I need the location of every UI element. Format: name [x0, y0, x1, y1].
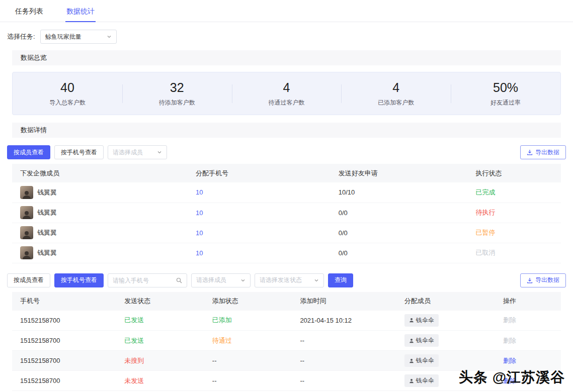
chevron-down-icon — [314, 278, 319, 283]
export-data-label: 导出数据 — [535, 148, 559, 157]
phone-count-link[interactable]: 10 — [196, 229, 203, 237]
overview-section-bar: 数据总览 — [12, 50, 561, 65]
status-text: 已完成 — [468, 182, 561, 203]
add-time: -- — [292, 331, 396, 351]
chevron-down-icon — [107, 34, 112, 39]
member-tag-label: 钱伞伞 — [416, 316, 434, 325]
add-time: 2021-04-15 10:12 — [292, 311, 396, 331]
add-status: 待通过 — [204, 331, 292, 351]
add-status: -- — [204, 371, 292, 391]
phone-input[interactable] — [113, 277, 173, 284]
member-select[interactable]: 请选择成员 — [108, 145, 167, 159]
chevron-down-icon — [157, 150, 162, 155]
tab-data-statistics[interactable]: 数据统计 — [65, 0, 96, 22]
stat-imported-total: 40 导入总客户数 — [13, 80, 122, 107]
overview-title: 数据总览 — [21, 53, 47, 62]
phone-search-box — [108, 273, 187, 287]
member-name: 钱翼翼 — [37, 208, 57, 217]
status-text: 已暂停 — [468, 223, 561, 243]
friend-request-count: 0/0 — [331, 203, 468, 223]
send-status-select[interactable]: 请选择发送状态 — [255, 273, 324, 287]
view-by-phone-button[interactable]: 按手机号查看 — [54, 145, 104, 159]
column-header: 操作 — [495, 292, 561, 311]
export-data-button[interactable]: 导出数据 — [520, 145, 566, 159]
table-row: 15152158700 已发送 待通过 -- 钱伞伞 删除 — [12, 331, 561, 351]
top-tabs: 任务列表 数据统计 — [0, 0, 573, 22]
send-status: 未搜到 — [116, 351, 204, 371]
add-status: -- — [204, 351, 292, 371]
tab-task-list[interactable]: 任务列表 — [14, 0, 44, 22]
stat-label: 已添加客户数 — [341, 99, 451, 107]
delete-link[interactable]: 删除 — [503, 357, 516, 364]
member-tag-label: 钱伞伞 — [416, 336, 434, 345]
phone-number: 15152158700 — [12, 351, 116, 371]
person-icon — [409, 338, 414, 343]
stat-pass-rate: 50% 好友通过率 — [451, 80, 560, 107]
stat-to-add: 32 待添加客户数 — [122, 80, 232, 107]
friend-request-count: 10/10 — [331, 182, 468, 203]
phone-count-link[interactable]: 10 — [196, 209, 203, 217]
column-header: 分配手机号 — [188, 164, 331, 182]
avatar — [20, 186, 33, 199]
delete-link: 删除 — [503, 316, 516, 324]
phone-number: 15152158700 — [12, 371, 116, 391]
member-tag: 钱伞伞 — [404, 354, 439, 367]
task-select[interactable]: 鲸鱼玩家批量 — [40, 30, 117, 44]
table-row: 钱翼翼 10 10/10 已完成 — [12, 182, 561, 203]
member-table: 下发企微成员 分配手机号 发送好友申请 执行状态 钱翼翼 10 10/10 已完… — [12, 164, 561, 263]
stat-label: 导入总客户数 — [13, 99, 122, 107]
task-select-value: 鲸鱼玩家批量 — [45, 33, 81, 41]
person-icon — [409, 318, 414, 323]
column-header: 发送好友申请 — [331, 164, 468, 182]
chevron-down-icon — [240, 278, 245, 283]
column-header: 下发企微成员 — [12, 164, 188, 182]
detail-section-bar: 数据详情 — [12, 123, 561, 138]
export-data-label: 导出数据 — [535, 276, 559, 284]
stat-value: 32 — [122, 80, 232, 95]
view-by-member-button-2[interactable]: 按成员查看 — [7, 273, 50, 287]
download-icon — [527, 149, 533, 155]
stat-label: 待添加客户数 — [122, 99, 232, 107]
column-header: 执行状态 — [468, 164, 561, 182]
member-view-toolbar: 按成员查看 按手机号查看 请选择成员 导出数据 — [7, 145, 566, 159]
member-tag: 钱伞伞 — [404, 314, 439, 327]
column-header: 分配成员 — [396, 292, 495, 311]
person-icon — [409, 358, 414, 363]
column-header: 手机号 — [12, 292, 116, 311]
column-header: 添加时间 — [292, 292, 396, 311]
send-status-placeholder: 请选择发送状态 — [260, 276, 302, 284]
download-icon — [527, 277, 533, 283]
member-tag: 钱伞伞 — [404, 374, 439, 387]
table-header-row: 下发企微成员 分配手机号 发送好友申请 执行状态 — [12, 164, 561, 182]
member-name: 钱翼翼 — [37, 228, 57, 237]
member-select-2[interactable]: 请选择成员 — [191, 273, 251, 287]
stat-value: 50% — [451, 80, 560, 95]
member-tag-label: 钱伞伞 — [416, 356, 434, 365]
send-status: 已发送 — [116, 331, 204, 351]
phone-number: 15152158700 — [12, 331, 116, 351]
stat-pending-approval: 4 待通过客户数 — [232, 80, 342, 107]
member-tag: 钱伞伞 — [404, 334, 439, 347]
stat-value: 40 — [13, 80, 122, 95]
table-row: 15152158700 已发送 已添加 2021-04-15 10:12 钱伞伞… — [12, 311, 561, 331]
table-row: 钱翼翼 10 0/0 已取消 — [12, 243, 561, 263]
phone-count-link[interactable]: 10 — [196, 249, 203, 257]
avatar — [20, 246, 33, 259]
view-by-phone-button-2[interactable]: 按手机号查看 — [54, 273, 104, 287]
query-button[interactable]: 查询 — [328, 273, 353, 287]
avatar — [20, 206, 33, 219]
friend-request-count: 0/0 — [331, 243, 468, 263]
watermark: 头条 @江苏溪谷 — [459, 368, 565, 387]
column-header: 发送状态 — [116, 292, 204, 311]
status-text: 待执行 — [468, 203, 561, 223]
stat-added: 4 已添加客户数 — [341, 80, 451, 107]
table-header-row: 手机号 发送状态 添加状态 添加时间 分配成员 操作 — [12, 292, 561, 311]
search-icon — [176, 277, 182, 283]
view-by-member-button[interactable]: 按成员查看 — [7, 145, 50, 159]
export-data-button-2[interactable]: 导出数据 — [520, 273, 566, 287]
table-row: 钱翼翼 10 0/0 待执行 — [12, 203, 561, 223]
table-row: 钱翼翼 10 0/0 已暂停 — [12, 223, 561, 243]
detail-title: 数据详情 — [21, 126, 47, 135]
phone-count-link[interactable]: 10 — [196, 188, 203, 196]
delete-link: 删除 — [503, 337, 516, 344]
